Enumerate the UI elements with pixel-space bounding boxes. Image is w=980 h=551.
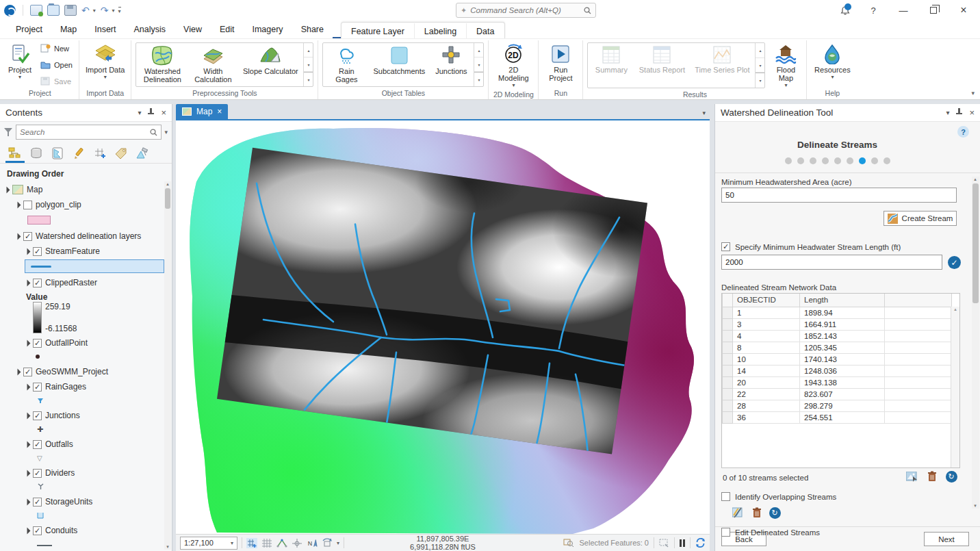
- tab-analysis[interactable]: Analysis: [125, 22, 175, 38]
- expander-icon[interactable]: [3, 186, 10, 193]
- tool-help-icon[interactable]: ?: [957, 126, 969, 138]
- resources-button[interactable]: Resources ▾: [810, 42, 855, 88]
- undo-button[interactable]: ↶: [81, 5, 90, 16]
- divider-symbol[interactable]: [37, 480, 44, 494]
- undo-dropdown-icon[interactable]: ▾: [93, 8, 96, 14]
- junctions-button[interactable]: Junctions: [428, 43, 474, 86]
- table-row[interactable]: 22823.607: [723, 388, 952, 400]
- map-canvas[interactable]: [176, 119, 710, 534]
- panel-menu-chevron-icon[interactable]: ▾: [946, 109, 949, 116]
- outfall-symbol[interactable]: ▽: [37, 451, 42, 465]
- tab-share[interactable]: Share: [292, 22, 333, 38]
- min-headwatershed-input[interactable]: [721, 188, 957, 203]
- help-icon[interactable]: ?: [860, 1, 887, 20]
- map-view-tab[interactable]: Map ×: [176, 104, 228, 119]
- wizard-step-dot[interactable]: [797, 157, 804, 164]
- layer-clipped-raster[interactable]: ✓ClippedRaster: [25, 276, 97, 290]
- subcatchments-button[interactable]: Subcatchments: [370, 43, 428, 86]
- layer-checkbox[interactable]: ✓: [33, 526, 42, 535]
- wizard-step-dot[interactable]: [785, 157, 792, 164]
- contents-search[interactable]: [16, 125, 162, 140]
- reset-selection-icon[interactable]: ↻: [945, 470, 957, 483]
- pause-drawing-icon[interactable]: [680, 539, 685, 547]
- min-stream-length-input[interactable]: [721, 255, 942, 270]
- layer-stream-feature[interactable]: ✓StreamFeature: [25, 244, 100, 258]
- layer-junctions[interactable]: ✓Junctions: [25, 409, 80, 422]
- expander-icon[interactable]: [14, 368, 21, 375]
- tool-panel-scrollbar[interactable]: ▴ ▾: [972, 177, 979, 509]
- expander-icon[interactable]: [14, 201, 21, 208]
- layer-map[interactable]: Map: [4, 183, 42, 196]
- tab-project[interactable]: Project: [7, 22, 51, 38]
- list-by-editing-icon[interactable]: [69, 145, 88, 163]
- junction-symbol[interactable]: ✚: [37, 422, 43, 436]
- save-button[interactable]: Save: [38, 76, 75, 86]
- close-button[interactable]: ×: [950, 1, 977, 20]
- selection-box-icon[interactable]: [659, 539, 669, 548]
- layer-checkbox[interactable]: ✓: [33, 279, 42, 287]
- identify-overlapping-checkbox[interactable]: Identify Overlapping Streams: [721, 492, 836, 501]
- conduit-symbol[interactable]: [37, 539, 52, 551]
- notifications-icon[interactable]: [834, 1, 857, 20]
- layer-checkbox[interactable]: ✓: [33, 383, 42, 392]
- gallery-scroll[interactable]: ▴▾▾: [474, 43, 483, 86]
- expander-icon[interactable]: [24, 498, 31, 505]
- create-stream-button[interactable]: Create Stream: [884, 211, 957, 226]
- checkbox[interactable]: [721, 528, 730, 537]
- polygon-clip-symbol[interactable]: [27, 213, 51, 227]
- edit-streams-checkbox[interactable]: Edit Delineated Streams: [721, 528, 820, 537]
- wizard-step-dot[interactable]: [859, 157, 866, 164]
- 2d-modeling-button[interactable]: 2D 2D Modeling ▾: [491, 42, 535, 89]
- new-project-icon[interactable]: [30, 5, 42, 16]
- layer-dividers[interactable]: ✓Dividers: [25, 466, 75, 480]
- delete-overlapping-icon[interactable]: [751, 507, 763, 519]
- wizard-step-dot[interactable]: [834, 157, 841, 164]
- expander-icon[interactable]: [24, 339, 31, 346]
- tab-insert[interactable]: Insert: [86, 22, 125, 38]
- collapse-ribbon-icon[interactable]: ▾: [971, 90, 975, 97]
- checkbox[interactable]: ✓: [721, 242, 730, 251]
- apply-length-button[interactable]: ✓: [948, 256, 961, 269]
- zoom-to-selection-icon[interactable]: [905, 470, 918, 483]
- list-by-data-source-icon[interactable]: [27, 145, 46, 163]
- run-project-button[interactable]: Run Project: [541, 42, 580, 88]
- gallery-scroll[interactable]: ▴▾▾: [303, 43, 313, 86]
- watershed-delineation-button[interactable]: Watershed Delineation: [136, 43, 188, 86]
- status-report-button[interactable]: Status Report: [634, 43, 689, 88]
- north-arrow-icon[interactable]: N: [307, 538, 318, 548]
- contents-search-input[interactable]: [20, 128, 147, 136]
- stream-feature-symbol[interactable]: [25, 259, 164, 273]
- minimize-button[interactable]: —: [890, 1, 917, 20]
- layer-outfalls[interactable]: ✓Outfalls: [25, 437, 73, 451]
- slope-calculator-button[interactable]: Slope Calculator: [237, 43, 303, 86]
- contents-scrollbar[interactable]: ▴ ▾: [164, 181, 171, 550]
- min-stream-length-checkbox[interactable]: ✓ Specify Minimum Headwater Stream Lengt…: [721, 242, 901, 251]
- table-row[interactable]: 36254.551: [723, 411, 952, 423]
- reset-overlapping-icon[interactable]: ↻: [769, 507, 781, 519]
- expander-icon[interactable]: [24, 527, 31, 534]
- grid-icon[interactable]: [261, 538, 272, 548]
- scale-selector[interactable]: 1:27,100 ▾: [180, 537, 237, 550]
- open-project-icon[interactable]: [47, 5, 60, 16]
- table-row[interactable]: 11898.94: [723, 307, 952, 318]
- refresh-view-icon[interactable]: [695, 538, 706, 548]
- project-button[interactable]: Project ▾: [4, 42, 36, 88]
- layer-checkbox[interactable]: ✓: [23, 368, 32, 376]
- tab-map[interactable]: Map: [51, 22, 86, 38]
- table-row[interactable]: 31664.911: [723, 318, 952, 330]
- search-options-chevron-icon[interactable]: ▾: [164, 129, 168, 136]
- list-by-charts-icon[interactable]: [133, 145, 152, 163]
- command-search-input[interactable]: [470, 6, 580, 14]
- crosshair-icon[interactable]: [292, 538, 302, 548]
- expander-icon[interactable]: [14, 233, 21, 240]
- layer-geoswmm-project[interactable]: ✓GeoSWMM_Project: [15, 365, 108, 379]
- tab-feature-layer[interactable]: Feature Layer: [341, 23, 415, 40]
- layer-polygon-clip[interactable]: polygon_clip: [15, 198, 81, 212]
- layer-checkbox[interactable]: ✓: [33, 440, 42, 449]
- checkbox[interactable]: [721, 492, 730, 501]
- command-search[interactable]: ✦: [456, 3, 596, 18]
- rain-gage-symbol[interactable]: [37, 394, 44, 407]
- tab-data[interactable]: Data: [467, 23, 504, 40]
- layer-checkbox[interactable]: ✓: [33, 339, 42, 348]
- layer-checkbox[interactable]: ✓: [33, 469, 42, 478]
